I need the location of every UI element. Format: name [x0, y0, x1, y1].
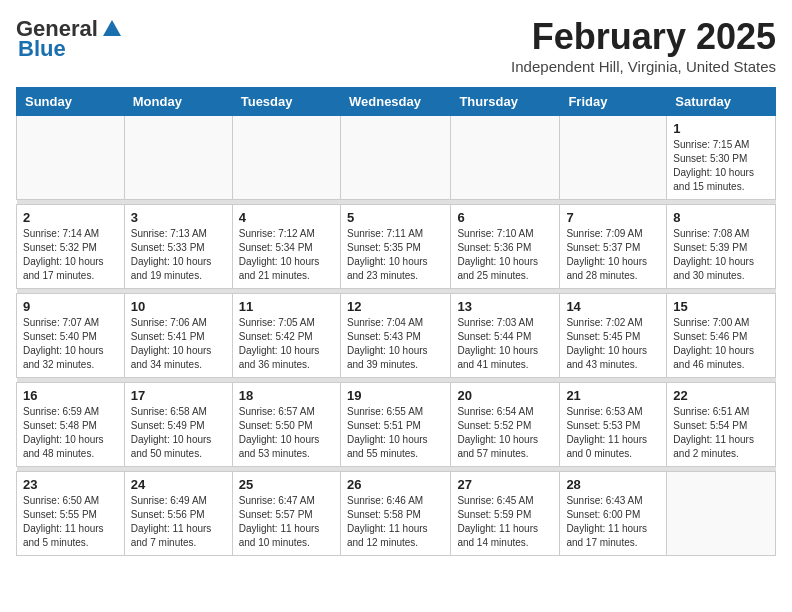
day-number: 28 [566, 477, 660, 492]
day-number: 8 [673, 210, 769, 225]
calendar-cell: 4Sunrise: 7:12 AM Sunset: 5:34 PM Daylig… [232, 205, 340, 289]
day-info: Sunrise: 6:51 AM Sunset: 5:54 PM Dayligh… [673, 405, 769, 461]
day-number: 1 [673, 121, 769, 136]
calendar-cell: 8Sunrise: 7:08 AM Sunset: 5:39 PM Daylig… [667, 205, 776, 289]
calendar-cell [124, 116, 232, 200]
calendar-cell: 23Sunrise: 6:50 AM Sunset: 5:55 PM Dayli… [17, 472, 125, 556]
day-number: 23 [23, 477, 118, 492]
day-number: 20 [457, 388, 553, 403]
calendar-subtitle: Independent Hill, Virginia, United State… [511, 58, 776, 75]
calendar-cell [451, 116, 560, 200]
day-info: Sunrise: 7:09 AM Sunset: 5:37 PM Dayligh… [566, 227, 660, 283]
day-number: 11 [239, 299, 334, 314]
day-info: Sunrise: 7:11 AM Sunset: 5:35 PM Dayligh… [347, 227, 444, 283]
day-number: 10 [131, 299, 226, 314]
calendar-cell [560, 116, 667, 200]
day-number: 27 [457, 477, 553, 492]
calendar-cell: 21Sunrise: 6:53 AM Sunset: 5:53 PM Dayli… [560, 383, 667, 467]
day-info: Sunrise: 6:53 AM Sunset: 5:53 PM Dayligh… [566, 405, 660, 461]
day-info: Sunrise: 6:45 AM Sunset: 5:59 PM Dayligh… [457, 494, 553, 550]
calendar-cell [232, 116, 340, 200]
day-number: 13 [457, 299, 553, 314]
logo: General Blue [16, 16, 123, 62]
day-number: 3 [131, 210, 226, 225]
day-info: Sunrise: 6:50 AM Sunset: 5:55 PM Dayligh… [23, 494, 118, 550]
calendar-cell: 11Sunrise: 7:05 AM Sunset: 5:42 PM Dayli… [232, 294, 340, 378]
day-number: 25 [239, 477, 334, 492]
day-info: Sunrise: 6:55 AM Sunset: 5:51 PM Dayligh… [347, 405, 444, 461]
day-number: 6 [457, 210, 553, 225]
calendar-cell: 27Sunrise: 6:45 AM Sunset: 5:59 PM Dayli… [451, 472, 560, 556]
calendar-title: February 2025 [511, 16, 776, 58]
day-info: Sunrise: 7:00 AM Sunset: 5:46 PM Dayligh… [673, 316, 769, 372]
day-info: Sunrise: 6:49 AM Sunset: 5:56 PM Dayligh… [131, 494, 226, 550]
calendar-cell: 5Sunrise: 7:11 AM Sunset: 5:35 PM Daylig… [340, 205, 450, 289]
svg-marker-0 [103, 20, 121, 36]
weekday-header-wednesday: Wednesday [340, 88, 450, 116]
day-number: 22 [673, 388, 769, 403]
day-number: 21 [566, 388, 660, 403]
calendar-cell: 13Sunrise: 7:03 AM Sunset: 5:44 PM Dayli… [451, 294, 560, 378]
calendar-cell [667, 472, 776, 556]
day-info: Sunrise: 7:03 AM Sunset: 5:44 PM Dayligh… [457, 316, 553, 372]
calendar-cell: 19Sunrise: 6:55 AM Sunset: 5:51 PM Dayli… [340, 383, 450, 467]
calendar-cell [17, 116, 125, 200]
calendar-cell: 14Sunrise: 7:02 AM Sunset: 5:45 PM Dayli… [560, 294, 667, 378]
calendar-cell: 26Sunrise: 6:46 AM Sunset: 5:58 PM Dayli… [340, 472, 450, 556]
calendar-cell: 20Sunrise: 6:54 AM Sunset: 5:52 PM Dayli… [451, 383, 560, 467]
day-info: Sunrise: 7:10 AM Sunset: 5:36 PM Dayligh… [457, 227, 553, 283]
day-number: 18 [239, 388, 334, 403]
day-info: Sunrise: 7:04 AM Sunset: 5:43 PM Dayligh… [347, 316, 444, 372]
day-number: 26 [347, 477, 444, 492]
calendar-table: SundayMondayTuesdayWednesdayThursdayFrid… [16, 87, 776, 556]
day-number: 24 [131, 477, 226, 492]
calendar-week-row: 2Sunrise: 7:14 AM Sunset: 5:32 PM Daylig… [17, 205, 776, 289]
weekday-header-monday: Monday [124, 88, 232, 116]
day-info: Sunrise: 6:46 AM Sunset: 5:58 PM Dayligh… [347, 494, 444, 550]
calendar-week-row: 16Sunrise: 6:59 AM Sunset: 5:48 PM Dayli… [17, 383, 776, 467]
day-number: 7 [566, 210, 660, 225]
calendar-week-row: 23Sunrise: 6:50 AM Sunset: 5:55 PM Dayli… [17, 472, 776, 556]
calendar-cell: 2Sunrise: 7:14 AM Sunset: 5:32 PM Daylig… [17, 205, 125, 289]
calendar-cell: 10Sunrise: 7:06 AM Sunset: 5:41 PM Dayli… [124, 294, 232, 378]
day-number: 12 [347, 299, 444, 314]
weekday-header-row: SundayMondayTuesdayWednesdayThursdayFrid… [17, 88, 776, 116]
weekday-header-tuesday: Tuesday [232, 88, 340, 116]
day-number: 17 [131, 388, 226, 403]
day-info: Sunrise: 6:59 AM Sunset: 5:48 PM Dayligh… [23, 405, 118, 461]
header: General Blue February 2025 Independent H… [16, 16, 776, 75]
logo-blue-text: Blue [18, 36, 66, 62]
logo-icon [101, 18, 123, 40]
weekday-header-friday: Friday [560, 88, 667, 116]
day-info: Sunrise: 7:13 AM Sunset: 5:33 PM Dayligh… [131, 227, 226, 283]
day-info: Sunrise: 6:47 AM Sunset: 5:57 PM Dayligh… [239, 494, 334, 550]
calendar-cell: 17Sunrise: 6:58 AM Sunset: 5:49 PM Dayli… [124, 383, 232, 467]
day-info: Sunrise: 6:58 AM Sunset: 5:49 PM Dayligh… [131, 405, 226, 461]
calendar-cell: 22Sunrise: 6:51 AM Sunset: 5:54 PM Dayli… [667, 383, 776, 467]
day-info: Sunrise: 7:14 AM Sunset: 5:32 PM Dayligh… [23, 227, 118, 283]
calendar-cell: 28Sunrise: 6:43 AM Sunset: 6:00 PM Dayli… [560, 472, 667, 556]
day-info: Sunrise: 7:05 AM Sunset: 5:42 PM Dayligh… [239, 316, 334, 372]
calendar-cell: 3Sunrise: 7:13 AM Sunset: 5:33 PM Daylig… [124, 205, 232, 289]
day-info: Sunrise: 7:08 AM Sunset: 5:39 PM Dayligh… [673, 227, 769, 283]
day-number: 15 [673, 299, 769, 314]
day-number: 9 [23, 299, 118, 314]
calendar-cell: 24Sunrise: 6:49 AM Sunset: 5:56 PM Dayli… [124, 472, 232, 556]
calendar-week-row: 9Sunrise: 7:07 AM Sunset: 5:40 PM Daylig… [17, 294, 776, 378]
day-info: Sunrise: 6:54 AM Sunset: 5:52 PM Dayligh… [457, 405, 553, 461]
calendar-week-row: 1Sunrise: 7:15 AM Sunset: 5:30 PM Daylig… [17, 116, 776, 200]
title-block: February 2025 Independent Hill, Virginia… [511, 16, 776, 75]
day-number: 14 [566, 299, 660, 314]
day-info: Sunrise: 6:57 AM Sunset: 5:50 PM Dayligh… [239, 405, 334, 461]
weekday-header-thursday: Thursday [451, 88, 560, 116]
day-info: Sunrise: 7:02 AM Sunset: 5:45 PM Dayligh… [566, 316, 660, 372]
weekday-header-sunday: Sunday [17, 88, 125, 116]
calendar-cell: 6Sunrise: 7:10 AM Sunset: 5:36 PM Daylig… [451, 205, 560, 289]
day-info: Sunrise: 7:12 AM Sunset: 5:34 PM Dayligh… [239, 227, 334, 283]
page: General Blue February 2025 Independent H… [0, 0, 792, 572]
day-info: Sunrise: 6:43 AM Sunset: 6:00 PM Dayligh… [566, 494, 660, 550]
calendar-cell: 1Sunrise: 7:15 AM Sunset: 5:30 PM Daylig… [667, 116, 776, 200]
calendar-cell: 18Sunrise: 6:57 AM Sunset: 5:50 PM Dayli… [232, 383, 340, 467]
calendar-cell: 25Sunrise: 6:47 AM Sunset: 5:57 PM Dayli… [232, 472, 340, 556]
day-number: 19 [347, 388, 444, 403]
